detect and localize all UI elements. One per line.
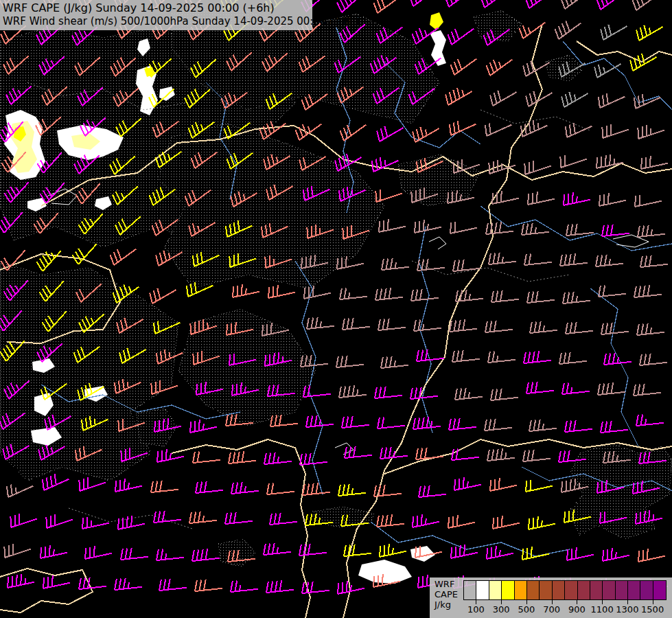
legend-swatch <box>640 581 653 599</box>
weather-map-canvas <box>0 0 672 618</box>
cape-legend: WRF CAPE J/kg 10030050070090011001300150… <box>430 577 672 618</box>
legend-label-line2: CAPE <box>435 589 458 599</box>
legend-tick-label: 900 <box>568 604 586 615</box>
title-cape: WRF CAPE (J/kg) Sunday 14-09-2025 00:00 … <box>3 1 308 15</box>
legend-color-strip <box>463 580 667 600</box>
legend-swatch <box>590 581 603 599</box>
map-title-box: WRF CAPE (J/kg) Sunday 14-09-2025 00:00 … <box>0 0 312 30</box>
title-windshear: WRF Wind shear (m/s) 500/1000hPa Sunday … <box>3 15 308 28</box>
legend-label-line1: WRF <box>435 579 458 589</box>
legend-tick-label: 500 <box>518 604 535 615</box>
legend-swatch <box>553 581 565 599</box>
legend-swatch <box>502 581 514 599</box>
legend-tick-label: 1300 <box>616 604 638 615</box>
legend-tick-label: 1100 <box>591 604 614 615</box>
legend-swatch <box>489 581 502 599</box>
legend-tick-label: 700 <box>543 604 560 615</box>
legend-label: WRF CAPE J/kg <box>435 579 458 610</box>
legend-swatch <box>565 581 577 599</box>
legend-label-line3: J/kg <box>435 599 458 610</box>
weather-map-stage: WRF CAPE (J/kg) Sunday 14-09-2025 00:00 … <box>0 0 672 618</box>
legend-swatch <box>578 581 590 599</box>
legend-swatch <box>540 581 552 599</box>
legend-swatch <box>476 581 489 599</box>
legend-tick-label: 100 <box>467 604 485 615</box>
legend-swatch <box>616 581 628 599</box>
legend-swatch <box>653 581 666 599</box>
legend-swatch <box>628 581 640 599</box>
legend-swatch <box>603 581 615 599</box>
legend-swatch <box>464 581 476 599</box>
legend-swatch <box>515 581 527 599</box>
legend-swatch <box>527 581 540 599</box>
legend-tick-label: 1500 <box>641 604 664 615</box>
legend-tick-label: 300 <box>493 604 510 615</box>
